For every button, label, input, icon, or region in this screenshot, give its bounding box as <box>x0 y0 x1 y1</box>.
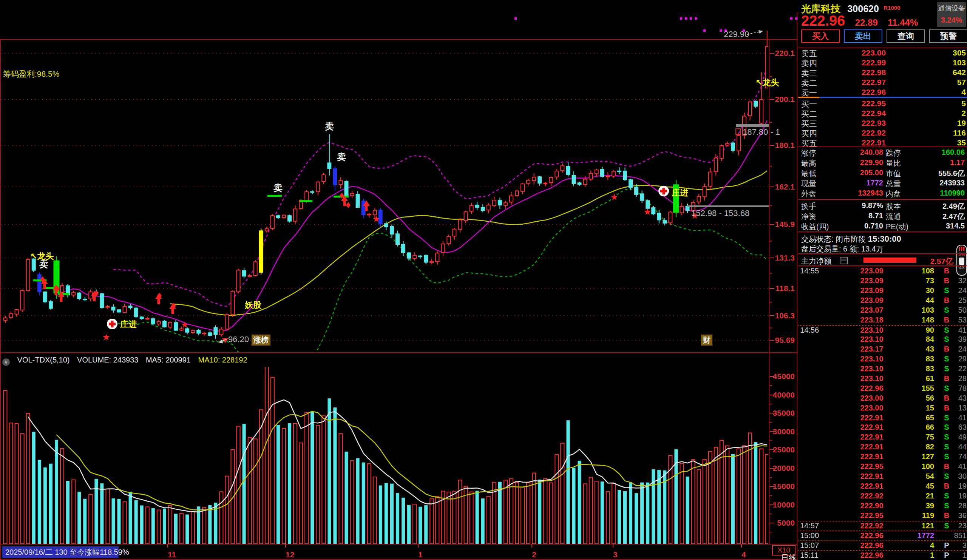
chart-text: 200.1 <box>775 95 795 104</box>
tick-row: 222.91127S74 <box>798 452 967 462</box>
margin-flag: R1000 <box>883 5 900 11</box>
kline-chart[interactable]: 220.1200.1180.1162.1145.9131.3118.1106.3… <box>0 0 798 560</box>
ask-level-row[interactable]: 卖一222.964 <box>798 87 967 97</box>
chart-text: 145.9 <box>775 220 795 229</box>
stat-row: 净资8.71流通2.47亿 <box>798 211 967 222</box>
tick-row: 222.9221S19 <box>798 492 967 501</box>
sector-badge-change: 3.24% <box>937 16 966 25</box>
chart-text: ★ <box>643 207 652 217</box>
stat-row: 外盘132943内盘110990 <box>798 189 967 199</box>
panel-button[interactable]: 预警 <box>929 30 967 43</box>
chart-badge: 财 <box>701 334 713 346</box>
sector-badge[interactable]: 通信设备 3.24% <box>937 2 966 27</box>
stat-row: 现量1772总量243933 <box>798 179 967 189</box>
ask-level-row[interactable]: 卖四222.99103 <box>798 58 967 68</box>
chart-text: 96.20 <box>228 334 249 344</box>
chart-text: 庄进 <box>671 188 688 198</box>
chart-text: 5000 <box>777 519 795 527</box>
main-net-row: 主力净额 2.57亿 <box>801 256 964 265</box>
stat-row: 最高229.90量比1.17 <box>798 158 967 168</box>
tick-row: 14:55223.09108B43 <box>798 267 967 277</box>
tick-row: 223.0930S24 <box>798 286 967 296</box>
tick-row: 222.9039S28 <box>798 501 967 511</box>
bid-level-row[interactable]: 买三222.9319 <box>798 119 967 128</box>
chart-text: 2 <box>532 550 536 559</box>
price-change-pct: 11.44% <box>888 17 918 28</box>
panel-divider <box>798 265 967 266</box>
panel-divider <box>798 231 967 232</box>
chart-text: 15000 <box>773 482 795 491</box>
chart-text: 庄进 <box>120 320 137 329</box>
chart-text: ★ <box>372 214 380 224</box>
chart-text: 10000 <box>773 500 795 509</box>
vol-ma10: MA10: 228192 <box>198 356 248 364</box>
last-price: 222.96 <box>801 13 845 29</box>
tick-row: 223.1061B28 <box>798 374 967 384</box>
chart-text: 妖股 <box>244 300 262 310</box>
cursor-date-label: 2025/09/16/二 130 至今涨幅118.59% <box>2 547 119 558</box>
chart-text: ★ <box>181 320 189 329</box>
chart-text: ★ <box>102 332 110 342</box>
tick-row: 15:00222.961772851 <box>798 530 967 541</box>
chart-text: 180.1 <box>775 141 795 150</box>
tick-row: 222.9165S41 <box>798 413 967 423</box>
chart-text: 4 <box>741 550 746 559</box>
chart-text: 187.80 - 1 <box>743 127 780 137</box>
bid-ask-divider <box>798 97 967 98</box>
main-net-value: 2.57亿 <box>930 256 954 267</box>
chart-text: 1 <box>418 550 423 559</box>
tick-row: 222.95119B36 <box>798 511 967 521</box>
panel-divider <box>798 254 967 254</box>
chart-text: 20000 <box>773 464 795 473</box>
stat-row: 换手9.87%股本2.49亿 <box>798 201 967 211</box>
tick-scrollbar-gauge[interactable]: 5% 43 <box>956 245 967 276</box>
bid-level-row[interactable]: 买四222.92116 <box>798 128 967 138</box>
buy-button[interactable]: 买入 <box>801 30 840 43</box>
price-change: 22.89 <box>855 17 878 28</box>
ask-level-row[interactable]: 卖二222.9757 <box>798 78 967 87</box>
ask-level-row[interactable]: 卖五223.00305 <box>798 48 967 58</box>
chart-text: ↖龙头 <box>756 78 779 87</box>
trade-status: 交易状态: 闭市阶段 15:30:00 <box>801 234 901 244</box>
stock-code: 300620 <box>847 3 879 14</box>
chart-text: 229.90 <box>724 30 749 39</box>
tick-row: 223.0056B43 <box>798 394 967 404</box>
tick-row: 223.1084S39 <box>798 335 967 345</box>
tick-row: 222.95100B41 <box>798 462 967 472</box>
vol-indicator-name: VOL-TDX(5,10) <box>17 356 70 364</box>
bid-level-row[interactable]: 买二222.942 <box>798 109 967 119</box>
scroll-thumb[interactable] <box>959 257 964 265</box>
gauge-percent: 5% <box>957 252 966 257</box>
chart-text: ★ <box>610 192 618 202</box>
panel-divider <box>798 199 967 200</box>
tick-row: 223.1083S22 <box>798 364 967 374</box>
chart-text: 106.3 <box>775 311 795 320</box>
tick-row: 223.0015B13 <box>798 404 967 413</box>
period-corner-label: 日线 <box>781 553 796 560</box>
stat-row: 涨停240.08跌停160.06 <box>798 148 967 158</box>
chart-text: 30000 <box>773 427 795 436</box>
ask-level-row[interactable]: 卖三222.98642 <box>798 68 967 78</box>
trade-status-time: 15:30:00 <box>868 234 901 244</box>
after-hours-info: 盘后交易量: 6 额: 13.4万 <box>801 244 883 254</box>
chart-text: 162.1 <box>775 183 795 191</box>
price-row: 222.96 22.89 11.44% <box>801 13 918 29</box>
chart-text: 220.1 <box>775 49 795 58</box>
collapse-icon[interactable]: ∨ <box>2 358 10 366</box>
trade-buttons: 买入卖出查询预警 <box>801 30 967 43</box>
list-icon[interactable] <box>840 257 848 264</box>
tick-row: 223.1743B24 <box>798 345 967 354</box>
main-net-bar <box>863 257 916 263</box>
tick-row: 222.9145B19 <box>798 482 967 492</box>
chip-profit-label: 筹码盈利:98.5% <box>3 69 59 79</box>
chart-text: 45000 <box>773 372 795 380</box>
sell-button[interactable]: 卖出 <box>844 30 883 43</box>
tick-row: 222.96155S78 <box>798 384 967 394</box>
chart-text: 152.98 - 153.68 <box>691 208 749 218</box>
tick-row: 222.9154S30 <box>798 472 967 482</box>
stat-row: 最低205.00市值555.6亿 <box>798 168 967 179</box>
bid-level-row[interactable]: 买一222.955 <box>798 99 967 109</box>
panel-button[interactable]: 查询 <box>886 30 925 43</box>
tick-row: 223.18148B53 <box>798 316 967 326</box>
main-net-label: 主力净额 <box>801 256 832 266</box>
